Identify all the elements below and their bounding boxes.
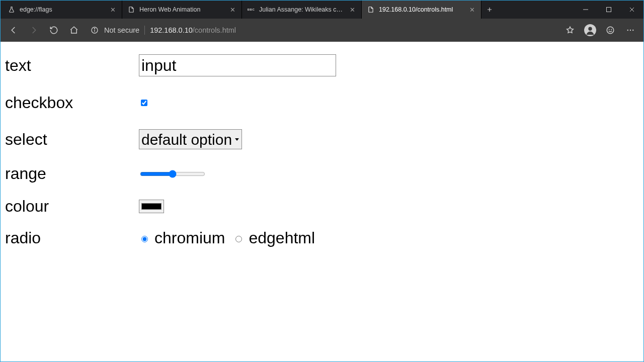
- text-input[interactable]: [139, 54, 336, 76]
- radio-label: radio: [1, 229, 139, 247]
- select-input[interactable]: default option: [139, 129, 242, 149]
- checkbox-label: checkbox: [1, 94, 139, 112]
- back-button[interactable]: [5, 21, 23, 39]
- avatar-icon: [584, 24, 596, 36]
- toolbar: Not secure 192.168.0.10/controls.html: [1, 19, 643, 42]
- checkbox-input[interactable]: [141, 100, 147, 106]
- svg-point-10: [627, 30, 628, 31]
- close-tab-icon[interactable]: ✕: [228, 6, 236, 14]
- window-controls: [574, 1, 643, 19]
- flask-icon: [8, 6, 16, 14]
- profile-button[interactable]: [581, 21, 599, 39]
- divider: [144, 26, 145, 35]
- titlebar: edge://flags ✕ Heron Web Animation ✕ BBC…: [1, 1, 643, 19]
- close-window-button[interactable]: [620, 1, 643, 19]
- svg-rect-1: [607, 8, 611, 12]
- browser-window: edge://flags ✕ Heron Web Animation ✕ BBC…: [0, 0, 644, 362]
- tab-title: Heron Web Animation: [139, 6, 224, 13]
- address-bar[interactable]: Not secure 192.168.0.10/controls.html: [85, 22, 559, 38]
- tab-title: 192.168.0.10/controls.html: [379, 6, 464, 13]
- text-label: text: [1, 56, 139, 75]
- svg-point-12: [632, 30, 633, 31]
- toolbar-right: [561, 21, 639, 39]
- tab-title: edge://flags: [20, 6, 105, 13]
- forward-button[interactable]: [25, 21, 43, 39]
- radio-input[interactable]: [235, 236, 242, 242]
- url-path: /controls.html: [193, 26, 236, 34]
- url: 192.168.0.10/controls.html: [150, 26, 236, 34]
- tab-controls-active[interactable]: 192.168.0.10/controls.html ✕: [362, 1, 481, 19]
- favorite-button[interactable]: [561, 21, 579, 39]
- tab-title: Julian Assange: Wikileaks co-fou: [259, 6, 344, 13]
- radio-text: edgehtml: [249, 229, 315, 247]
- svg-point-4: [94, 28, 95, 29]
- range-label: range: [1, 164, 139, 183]
- page-icon: [367, 6, 375, 14]
- select-label: select: [1, 130, 139, 149]
- radio-option-chromium[interactable]: chromium: [139, 229, 225, 247]
- bbc-icon: BBC: [247, 6, 255, 14]
- menu-button[interactable]: [621, 21, 639, 39]
- tab-bbc[interactable]: BBC Julian Assange: Wikileaks co-fou ✕: [242, 1, 362, 19]
- url-host: 192.168.0.10: [150, 26, 193, 34]
- security-status: Not secure: [104, 26, 139, 34]
- page-icon: [127, 6, 135, 14]
- svg-point-9: [611, 29, 612, 30]
- tab-strip: edge://flags ✕ Heron Web Animation ✕ BBC…: [1, 1, 574, 19]
- close-tab-icon[interactable]: ✕: [348, 6, 356, 14]
- svg-point-8: [609, 29, 609, 30]
- page-content: text checkbox select default option rang…: [1, 42, 643, 361]
- radio-option-edgehtml[interactable]: edgehtml: [233, 229, 315, 247]
- feedback-button[interactable]: [601, 21, 619, 39]
- range-input[interactable]: [140, 170, 205, 178]
- info-icon: [90, 26, 99, 35]
- radio-text: chromium: [154, 229, 225, 247]
- colour-input[interactable]: [139, 200, 164, 213]
- close-tab-icon[interactable]: ✕: [468, 6, 476, 14]
- svg-point-6: [588, 27, 592, 31]
- tab-heron[interactable]: Heron Web Animation ✕: [122, 1, 242, 19]
- tab-edge-flags[interactable]: edge://flags ✕: [3, 1, 122, 19]
- svg-point-11: [630, 30, 631, 31]
- maximize-button[interactable]: [597, 1, 620, 19]
- home-button[interactable]: [65, 21, 83, 39]
- new-tab-button[interactable]: [481, 1, 498, 19]
- close-tab-icon[interactable]: ✕: [109, 6, 117, 14]
- svg-point-7: [607, 27, 614, 34]
- refresh-button[interactable]: [45, 21, 63, 39]
- colour-label: colour: [1, 197, 139, 216]
- radio-input[interactable]: [141, 236, 148, 242]
- minimize-button[interactable]: [574, 1, 597, 19]
